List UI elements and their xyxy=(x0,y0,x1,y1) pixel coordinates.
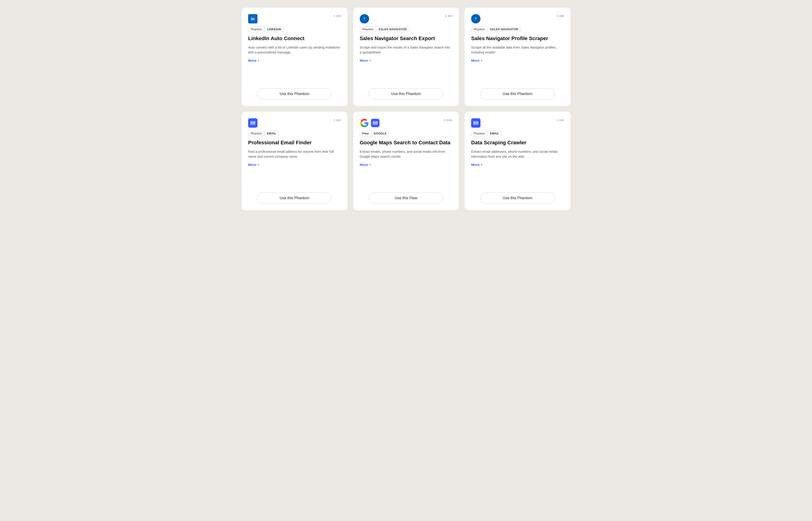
card-title: Google Maps Search to Contact Data xyxy=(360,139,452,146)
use-phantom-button[interactable]: Use this Phantom xyxy=(257,192,332,204)
card-icon-area xyxy=(360,118,380,128)
email-icon xyxy=(471,118,480,128)
card-icon-area xyxy=(248,118,257,128)
more-link[interactable]: More + xyxy=(248,163,260,167)
card-header: 1 slot xyxy=(471,118,564,128)
card-professional-email-finder: 1 slot Phantom EMAIL Professional Email … xyxy=(241,112,347,210)
card-title: LinkedIn Auto Connect xyxy=(248,35,341,42)
card-top: 1 slot Phantom EMAIL Professional Email … xyxy=(248,118,341,187)
more-link[interactable]: More + xyxy=(360,59,371,63)
tag-category: SALES NAVIGATOR xyxy=(488,27,521,32)
tag-category: GOOGLE xyxy=(371,131,389,136)
card-header: in 1 slot xyxy=(248,14,341,23)
email-icon xyxy=(248,118,257,128)
compass-icon xyxy=(471,14,480,23)
card-top: in 1 slot Phantom LINKEDIN LinkedIn Auto… xyxy=(248,14,341,83)
slot-badge: 1 slot xyxy=(445,14,452,18)
more-link[interactable]: More + xyxy=(471,163,483,167)
card-icon-area xyxy=(471,14,480,23)
card-header: 1 slot xyxy=(360,14,452,23)
slot-badge: 2 slots xyxy=(444,118,452,122)
card-tags: Phantom LINKEDIN xyxy=(248,27,341,32)
card-tags: Phantom SALES NAVIGATOR xyxy=(471,27,564,32)
card-tags: Phantom SALES NAVIGATOR xyxy=(360,27,452,32)
tag-type: Flow xyxy=(360,131,371,136)
tag-category: EMAIL xyxy=(264,131,279,136)
card-sales-navigator-profile-scraper: 1 slot Phantom SALES NAVIGATOR Sales Nav… xyxy=(465,7,571,106)
svg-rect-6 xyxy=(251,121,255,124)
google-email-icon-group xyxy=(360,118,380,128)
card-data-scraping-crawler: 1 slot Phantom EMAIL Data Scraping Crawl… xyxy=(465,112,571,210)
tag-type: Phantom xyxy=(360,27,376,32)
use-phantom-button[interactable]: Use this Flow xyxy=(369,192,443,204)
card-linkedin-auto-connect: in 1 slot Phantom LINKEDIN LinkedIn Auto… xyxy=(241,7,347,106)
card-tags: Phantom EMAIL xyxy=(248,131,341,136)
google-icon xyxy=(360,118,369,128)
card-tags: Flow GOOGLE xyxy=(360,131,452,136)
card-top: 1 slot Phantom EMAIL Data Scraping Crawl… xyxy=(471,118,564,187)
card-footer: Use this Phantom xyxy=(471,192,564,204)
more-label: More xyxy=(360,163,368,167)
compass-icon xyxy=(360,14,369,23)
card-description: Scrape and export the results of a Sales… xyxy=(360,45,452,55)
use-phantom-button[interactable]: Use this Phantom xyxy=(369,88,443,99)
more-plus-icon: + xyxy=(257,59,260,63)
more-plus-icon: + xyxy=(480,163,483,167)
more-plus-icon: + xyxy=(480,59,483,63)
card-title: Data Scraping Crawler xyxy=(471,139,564,146)
tag-type: Phantom xyxy=(471,27,488,32)
card-google-maps-search-contact-data: 2 slots Flow GOOGLE Google Maps Search t… xyxy=(353,112,459,210)
more-link[interactable]: More + xyxy=(248,59,260,63)
use-phantom-button[interactable]: Use this Phantom xyxy=(257,88,332,99)
card-description: Find a professional email address for an… xyxy=(248,149,341,159)
more-plus-icon: + xyxy=(369,163,371,167)
card-tags: Phantom EMAIL xyxy=(471,131,564,136)
slot-badge: 1 slot xyxy=(334,118,341,122)
card-icon-area xyxy=(471,118,480,128)
card-title: Sales Navigator Profile Scraper xyxy=(471,35,564,42)
card-footer: Use this Phantom xyxy=(248,192,341,204)
slot-badge: 1 slot xyxy=(334,14,341,18)
email-icon-small xyxy=(371,119,380,127)
card-footer: Use this Phantom xyxy=(471,88,564,99)
card-header: 2 slots xyxy=(360,118,452,128)
more-label: More xyxy=(471,163,479,167)
card-description: Auto connect with a list of LinkedIn use… xyxy=(248,45,341,55)
tag-category: SALES NAVIGATOR xyxy=(376,27,409,32)
card-footer: Use this Phantom xyxy=(360,88,452,99)
card-footer: Use this Flow xyxy=(360,192,452,204)
tag-category: LINKEDIN xyxy=(264,27,284,32)
linkedin-icon: in xyxy=(248,14,257,23)
tag-type: Phantom xyxy=(471,131,488,136)
tag-category: EMAIL xyxy=(488,131,502,136)
card-sales-navigator-search-export: 1 slot Phantom SALES NAVIGATOR Sales Nav… xyxy=(353,7,459,106)
more-plus-icon: + xyxy=(369,59,371,63)
card-header: 1 slot xyxy=(248,118,341,128)
slot-badge: 1 slot xyxy=(557,14,564,18)
card-description: Scrape all the available data from Sales… xyxy=(471,45,564,55)
svg-rect-8 xyxy=(373,121,377,124)
card-title: Sales Navigator Search Export xyxy=(360,35,452,42)
more-label: More xyxy=(360,59,368,63)
card-icon-area: in xyxy=(248,14,257,23)
more-link[interactable]: More + xyxy=(471,59,483,63)
card-top: 1 slot Phantom SALES NAVIGATOR Sales Nav… xyxy=(471,14,564,83)
more-plus-icon: + xyxy=(257,163,260,167)
card-footer: Use this Phantom xyxy=(248,88,341,99)
card-icon-area xyxy=(360,14,369,23)
use-phantom-button[interactable]: Use this Phantom xyxy=(480,192,555,204)
slot-badge: 1 slot xyxy=(557,118,564,122)
more-link[interactable]: More + xyxy=(360,163,371,167)
card-top: 1 slot Phantom SALES NAVIGATOR Sales Nav… xyxy=(360,14,452,83)
use-phantom-button[interactable]: Use this Phantom xyxy=(480,88,555,99)
card-top: 2 slots Flow GOOGLE Google Maps Search t… xyxy=(360,118,452,187)
card-description: Extract emails, phone numbers, and socia… xyxy=(360,149,452,159)
more-label: More xyxy=(471,59,479,63)
more-label: More xyxy=(248,163,257,167)
more-label: More xyxy=(248,59,257,63)
card-title: Professional Email Finder xyxy=(248,139,341,146)
card-grid: in 1 slot Phantom LINKEDIN LinkedIn Auto… xyxy=(241,7,571,210)
tag-type: Phantom xyxy=(248,131,264,136)
card-description: Extract email addresses, phone numbers, … xyxy=(471,149,564,159)
tag-type: Phantom xyxy=(248,27,264,32)
